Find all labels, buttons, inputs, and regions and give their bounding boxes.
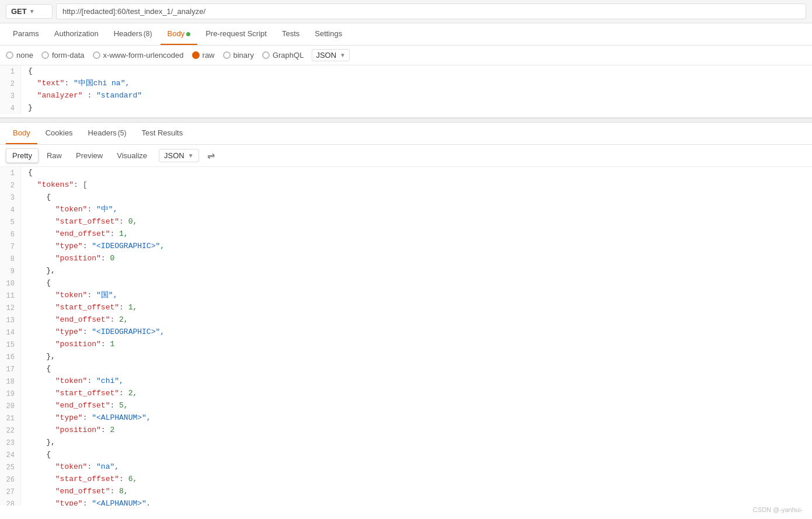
body-type-x-www-form-urlencoded[interactable]: x-www-form-urlencoded <box>93 51 184 60</box>
request-tab-tests[interactable]: Tests <box>275 23 306 45</box>
radio-icon <box>41 51 49 59</box>
active-dot-icon <box>186 32 190 36</box>
body-type-raw[interactable]: raw <box>192 51 215 60</box>
body-type-none[interactable]: none <box>6 51 33 60</box>
radio-icon <box>192 51 200 59</box>
line-content: "start_offset": 0, <box>21 216 812 228</box>
request-tab-body[interactable]: Body <box>161 23 198 45</box>
response-code-line: 11 "token": "国", <box>0 290 812 302</box>
line-content: "type": "<ALPHANUM>", <box>21 412 812 424</box>
response-tab-cookies[interactable]: Cookies <box>39 123 80 144</box>
line-number: 4 <box>0 102 21 114</box>
view-btn-raw[interactable]: Raw <box>41 149 68 162</box>
body-type-binary[interactable]: binary <box>223 51 254 60</box>
chevron-down-icon: ▼ <box>188 152 194 159</box>
method-label: GET <box>11 7 27 16</box>
request-tab-pre-request-script[interactable]: Pre-request Script <box>198 23 274 45</box>
line-content: "end_offset": 5, <box>21 400 812 412</box>
response-code-line: 25 "token": "na", <box>0 461 812 473</box>
line-number: 25 <box>0 461 21 473</box>
response-tab-headers[interactable]: Headers(5) <box>81 123 134 144</box>
response-editor: 1{2 "tokens": [3 {4 "token": "中",5 "star… <box>0 167 812 506</box>
url-bar: GET ▼ <box>0 0 812 23</box>
method-select[interactable]: GET ▼ <box>6 4 53 19</box>
response-tabs: BodyCookiesHeaders(5)Test Results <box>0 123 812 145</box>
response-format-selector[interactable]: JSON▼ <box>159 149 199 162</box>
line-content: { <box>21 277 812 289</box>
line-number: 1 <box>0 167 21 179</box>
line-number: 13 <box>0 314 21 326</box>
response-code-line: 14 "type": "<IDEOGRAPHIC>", <box>0 326 812 339</box>
line-number: 24 <box>0 449 21 461</box>
line-content: "position": 2 <box>21 424 812 436</box>
response-format-label: JSON <box>164 151 184 160</box>
response-code-line: 6 "end_offset": 1, <box>0 228 812 241</box>
request-body-editor: 1{2 "text": "中国chi na",3 "analyzer" : "s… <box>0 65 812 118</box>
line-content: "end_offset": 8, <box>21 486 812 497</box>
request-code-line: 2 "text": "中国chi na", <box>0 78 812 90</box>
line-number: 3 <box>0 191 21 204</box>
chevron-down-icon: ▼ <box>340 52 346 58</box>
section-divider <box>0 118 812 123</box>
response-code-line: 13 "end_offset": 2, <box>0 314 812 326</box>
line-number: 21 <box>0 412 21 424</box>
line-content: "start_offset": 2, <box>21 388 812 399</box>
line-number: 10 <box>0 277 21 290</box>
body-type-label: raw <box>203 51 215 60</box>
line-number: 9 <box>0 265 21 277</box>
request-tab-authorization[interactable]: Authorization <box>47 23 106 45</box>
response-code-line: 1{ <box>0 167 812 179</box>
line-number: 27 <box>0 486 21 498</box>
line-number: 5 <box>0 216 21 228</box>
body-type-row: noneform-datax-www-form-urlencodedrawbin… <box>0 46 812 65</box>
line-content: "position": 0 <box>21 253 812 264</box>
response-code-line: 9 }, <box>0 265 812 277</box>
body-type-label: form-data <box>52 51 85 60</box>
request-tabs: ParamsAuthorizationHeaders(8)BodyPre-req… <box>0 23 812 46</box>
request-tab-headers[interactable]: Headers(8) <box>107 23 159 45</box>
format-selector[interactable]: JSON▼ <box>312 49 350 61</box>
response-code-line: 2 "tokens": [ <box>0 179 812 191</box>
wrap-button[interactable]: ⇌ <box>204 149 218 162</box>
request-tab-params[interactable]: Params <box>6 23 46 45</box>
response-code-line: 8 "position": 0 <box>0 253 812 265</box>
line-content: "end_offset": 1, <box>21 228 812 240</box>
response-tab-body[interactable]: Body <box>6 123 37 144</box>
line-content: "tokens": [ <box>21 179 812 191</box>
response-code-line: 16 }, <box>0 351 812 363</box>
view-btn-visualize[interactable]: Visualize <box>111 149 153 162</box>
request-tab-settings[interactable]: Settings <box>308 23 349 45</box>
format-label: JSON <box>316 51 336 60</box>
line-content: "end_offset": 2, <box>21 314 812 326</box>
view-btn-preview[interactable]: Preview <box>70 149 109 162</box>
line-content: "type": "<ALPHANUM>", <box>21 498 812 506</box>
request-code-line: 1{ <box>0 65 812 78</box>
line-number: 14 <box>0 326 21 339</box>
response-code-line: 12 "start_offset": 1, <box>0 302 812 314</box>
line-number: 20 <box>0 400 21 412</box>
line-number: 11 <box>0 290 21 302</box>
line-content: "type": "<IDEOGRAPHIC>", <box>21 241 812 252</box>
line-number: 17 <box>0 363 21 375</box>
request-code-line: 3 "analyzer" : "standard" <box>0 90 812 102</box>
line-content: { <box>21 191 812 203</box>
url-input[interactable] <box>56 4 806 19</box>
radio-icon <box>223 51 231 59</box>
response-code-line: 24 { <box>0 449 812 461</box>
body-type-label: GraphQL <box>273 51 304 60</box>
response-code-line: 22 "position": 2 <box>0 424 812 437</box>
line-content: { <box>21 363 812 375</box>
body-type-label: x-www-form-urlencoded <box>103 51 184 60</box>
line-content: }, <box>21 351 812 363</box>
line-content: "text": "中国chi na", <box>21 78 812 89</box>
body-type-form-data[interactable]: form-data <box>41 51 85 60</box>
line-number: 19 <box>0 388 21 400</box>
body-type-GraphQL[interactable]: GraphQL <box>262 51 304 60</box>
response-code-line: 21 "type": "<ALPHANUM>", <box>0 412 812 424</box>
request-code-line: 4} <box>0 102 812 114</box>
line-content: "start_offset": 6, <box>21 473 812 485</box>
response-tab-test-results[interactable]: Test Results <box>134 123 190 144</box>
response-code-line: 7 "type": "<IDEOGRAPHIC>", <box>0 241 812 253</box>
line-number: 1 <box>0 65 21 78</box>
view-btn-pretty[interactable]: Pretty <box>6 148 39 163</box>
